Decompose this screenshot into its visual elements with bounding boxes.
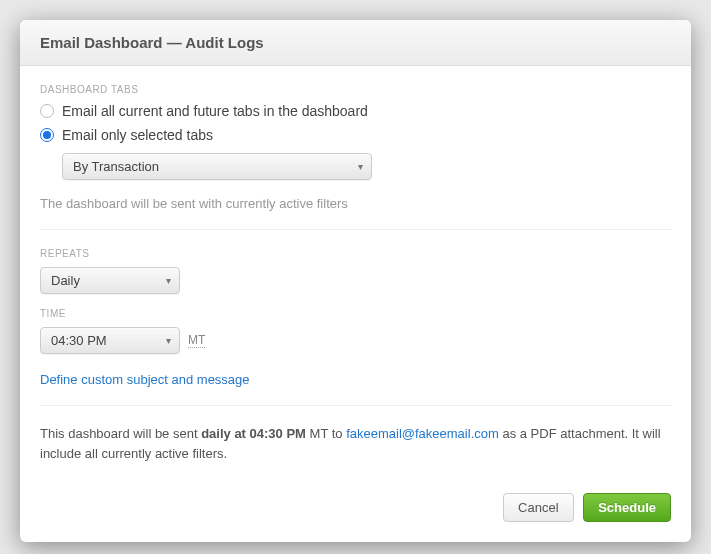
time-row: 04:30 PM ▾ MT (40, 327, 671, 354)
radio-dot-icon (43, 131, 51, 139)
tabs-hint: The dashboard will be sent with currentl… (40, 196, 671, 211)
dialog-header: Email Dashboard — Audit Logs (20, 20, 691, 66)
radio-selected-tabs[interactable]: Email only selected tabs (40, 127, 671, 143)
radio-icon (40, 104, 54, 118)
repeats-label: REPEATS (40, 248, 671, 259)
tabs-select[interactable]: By Transaction ▾ (62, 153, 372, 180)
dialog-footer: Cancel Schedule (20, 481, 691, 542)
dialog-body: DASHBOARD TABS Email all current and fut… (20, 66, 691, 463)
time-label: TIME (40, 308, 671, 319)
summary-pre: This dashboard will be sent (40, 426, 201, 441)
summary-email[interactable]: fakeemail@fakeemail.com (346, 426, 499, 441)
radio-all-tabs-label: Email all current and future tabs in the… (62, 103, 368, 119)
email-dashboard-dialog: Email Dashboard — Audit Logs DASHBOARD T… (20, 20, 691, 542)
divider (40, 405, 671, 406)
define-custom-link[interactable]: Define custom subject and message (40, 372, 250, 387)
chevron-down-icon: ▾ (166, 275, 171, 286)
summary-bold: daily at 04:30 PM (201, 426, 306, 441)
cancel-button[interactable]: Cancel (503, 493, 573, 522)
divider (40, 229, 671, 230)
schedule-summary: This dashboard will be sent daily at 04:… (40, 424, 671, 463)
radio-all-tabs[interactable]: Email all current and future tabs in the… (40, 103, 671, 119)
time-select[interactable]: 04:30 PM ▾ (40, 327, 180, 354)
timezone-label: MT (188, 333, 205, 348)
dashboard-tabs-label: DASHBOARD TABS (40, 84, 671, 95)
radio-selected-tabs-label: Email only selected tabs (62, 127, 213, 143)
repeats-value: Daily (51, 273, 80, 288)
summary-mid: MT to (306, 426, 346, 441)
radio-icon (40, 128, 54, 142)
chevron-down-icon: ▾ (166, 335, 171, 346)
chevron-down-icon: ▾ (358, 161, 363, 172)
dialog-title: Email Dashboard — Audit Logs (40, 34, 671, 51)
repeats-select[interactable]: Daily ▾ (40, 267, 180, 294)
schedule-button[interactable]: Schedule (583, 493, 671, 522)
time-value: 04:30 PM (51, 333, 107, 348)
tabs-select-value: By Transaction (73, 159, 159, 174)
